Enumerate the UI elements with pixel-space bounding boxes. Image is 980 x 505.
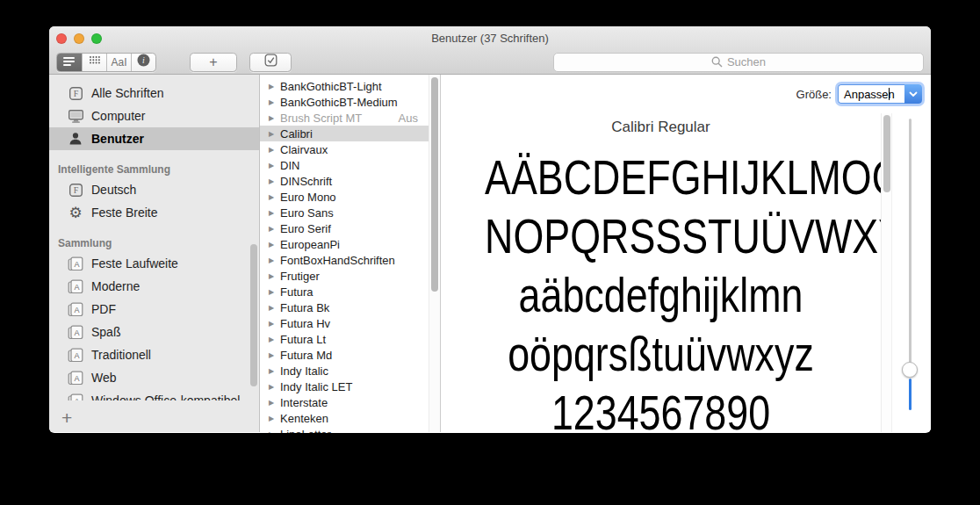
search-input[interactable]: Suchen <box>553 53 924 72</box>
disclosure-triangle-icon[interactable]: ▶ <box>269 98 280 106</box>
grid-view-segment[interactable] <box>82 54 106 71</box>
font-name: Kenteken <box>280 412 328 425</box>
size-slider-track[interactable] <box>909 119 912 363</box>
font-list-item-futura[interactable]: ▶Futura <box>260 284 429 299</box>
sidebar-scrollbar-thumb[interactable] <box>250 244 257 386</box>
preview-scrollbar[interactable] <box>881 113 892 432</box>
font-list-item-indy-italic-let[interactable]: ▶Indy Italic LET <box>260 379 429 394</box>
font-list-pane: ▶BankGothicBT-Light▶BankGothicBT-Medium▶… <box>260 75 441 432</box>
size-slider-fill <box>909 379 912 410</box>
font-list-item-futura-bk[interactable]: ▶Futura Bk <box>260 299 429 315</box>
list-view-segment[interactable] <box>57 54 82 71</box>
sidebar-bottom-bar: + <box>49 400 259 432</box>
disclosure-triangle-icon[interactable]: ▶ <box>269 288 280 296</box>
font-list-item-kenteken[interactable]: ▶Kenteken <box>260 410 429 426</box>
disclosure-triangle-icon[interactable]: ▶ <box>269 114 280 122</box>
font-list-item-futura-md[interactable]: ▶Futura Md <box>260 347 429 363</box>
sidebar-item-label: Windows Office-kompatibel <box>91 393 240 400</box>
font-list-item-clairvaux[interactable]: ▶Clairvaux <box>260 141 429 157</box>
font-sample-title: Calibri Regular <box>441 119 881 136</box>
font-list-item-dinschrift[interactable]: ▶DINSchrift <box>260 173 429 189</box>
disclosure-triangle-icon[interactable]: ▶ <box>269 272 280 280</box>
disclosure-triangle-icon[interactable]: ▶ <box>269 415 280 422</box>
font-list-item-euro-sans[interactable]: ▶Euro Sans <box>260 205 429 220</box>
font-status-badge: Aus <box>399 112 429 125</box>
enable-disable-font-button[interactable] <box>249 53 292 72</box>
disclosure-triangle-icon[interactable]: ▶ <box>269 335 280 343</box>
sidebar-item-web[interactable]: AWeb <box>49 366 259 389</box>
sidebar-item-feste-breite[interactable]: ⚙Feste Breite <box>49 201 259 224</box>
svg-text:A: A <box>74 351 79 360</box>
font-list-item-europeanpi[interactable]: ▶EuropeanPi <box>260 236 429 252</box>
sample-view-segment[interactable]: AaI <box>106 54 131 71</box>
sidebar-item-deutsch[interactable]: FDeutsch <box>49 178 259 201</box>
font-name: DIN <box>280 159 299 172</box>
font-list-item-bankgothicbt-light[interactable]: ▶BankGothicBT-Light <box>260 78 429 94</box>
font-list-item-bankgothicbt-medium[interactable]: ▶BankGothicBT-Medium <box>260 94 429 110</box>
disclosure-triangle-icon[interactable]: ▶ <box>269 209 280 217</box>
size-combobox-dropdown-button[interactable] <box>904 84 922 104</box>
font-list-item-interstate[interactable]: ▶Interstate <box>260 394 429 410</box>
font-list-item-indy-italic[interactable]: ▶Indy Italic <box>260 363 429 379</box>
sidebar-item-feste-laufweite[interactable]: AFeste Laufweite <box>49 252 259 275</box>
size-slider-thumb[interactable] <box>902 362 918 378</box>
size-slider-column <box>892 113 931 432</box>
disclosure-triangle-icon[interactable]: ▶ <box>269 367 280 375</box>
font-list-scrollbar[interactable] <box>429 75 440 432</box>
sidebar-item-moderne[interactable]: AModerne <box>49 275 259 298</box>
disclosure-triangle-icon[interactable]: ▶ <box>269 351 280 359</box>
font-name: LinoLetter <box>280 428 331 434</box>
font-list-item-linoletter[interactable]: ▶LinoLetter <box>260 426 429 433</box>
collection-icon: A <box>67 279 84 294</box>
add-collection-toolbar-button[interactable]: + <box>190 53 237 72</box>
font-list-item-futura-lt[interactable]: ▶Futura Lt <box>260 331 429 347</box>
preview-pane: Größe: Anpassen Calibri Regular <box>441 75 931 432</box>
info-icon: i <box>137 54 150 70</box>
font-sample-area: Calibri Regular AÄBCDEFGHIJKLMOÖNOPQRSSS… <box>441 113 881 432</box>
sidebar-item-alle-schriften[interactable]: FAlle Schriften <box>49 82 259 105</box>
sample-text-icon: AaI <box>111 56 126 69</box>
font-list-item-fontboxhandschriften[interactable]: ▶FontBoxHandSchriften <box>260 252 429 268</box>
font-name: Interstate <box>280 396 328 409</box>
preview-scrollbar-thumb[interactable] <box>883 115 890 192</box>
disclosure-triangle-icon[interactable]: ▶ <box>269 304 280 312</box>
sidebar-item-label: Benutzer <box>91 132 144 146</box>
disclosure-triangle-icon[interactable]: ▶ <box>269 241 280 249</box>
font-list-item-futura-hv[interactable]: ▶Futura Hv <box>260 315 429 331</box>
font-name: Clairvaux <box>280 143 328 156</box>
disclosure-triangle-icon[interactable]: ▶ <box>269 225 280 233</box>
sidebar-item-spaß[interactable]: ASpaß <box>49 321 259 343</box>
disclosure-triangle-icon[interactable]: ▶ <box>269 320 280 328</box>
size-combobox[interactable]: Anpassen <box>838 84 922 104</box>
font-list-item-din[interactable]: ▶DIN <box>260 157 429 173</box>
disclosure-triangle-icon[interactable]: ▶ <box>269 193 280 201</box>
sidebar-item-traditionell[interactable]: ATraditionell <box>49 343 259 366</box>
font-list-item-brush-script-mt[interactable]: ▶Brush Script MTAus <box>260 110 429 126</box>
font-list-item-euro-mono[interactable]: ▶Euro Mono <box>260 189 429 205</box>
titlebar[interactable]: Benutzer (37 Schriften) <box>49 26 931 49</box>
disclosure-triangle-icon[interactable]: ▶ <box>269 162 280 170</box>
font-list-item-euro-serif[interactable]: ▶Euro Serif <box>260 220 429 236</box>
disclosure-triangle-icon[interactable]: ▶ <box>269 83 280 90</box>
disclosure-triangle-icon[interactable]: ▶ <box>269 383 280 391</box>
sidebar-item-benutzer[interactable]: Benutzer <box>49 127 259 150</box>
disclosure-triangle-icon[interactable]: ▶ <box>269 399 280 407</box>
sidebar-item-pdf[interactable]: APDF <box>49 298 259 321</box>
info-segment[interactable]: i <box>131 54 155 71</box>
font-list-item-frutiger[interactable]: ▶Frutiger <box>260 268 429 284</box>
font-sample-lines: AÄBCDEFGHIJKLMOÖNOPQRSSSTUÜVWXYZaäbcdefg… <box>485 148 837 432</box>
add-collection-button[interactable]: + <box>61 408 72 427</box>
disclosure-triangle-icon[interactable]: ▶ <box>269 146 280 154</box>
size-combobox-field[interactable]: Anpassen <box>838 84 904 104</box>
font-name: DINSchrift <box>280 175 332 188</box>
sidebar-item-windows-office-kompatibel[interactable]: AWindows Office-kompatibel <box>49 389 259 400</box>
disclosure-triangle-icon[interactable]: ▶ <box>269 256 280 264</box>
font-list-scrollbar-thumb[interactable] <box>431 77 438 292</box>
disclosure-triangle-icon[interactable]: ▶ <box>269 177 280 185</box>
grid-view-icon <box>89 54 101 70</box>
font-list-item-calibri[interactable]: ▶Calibri <box>260 126 429 141</box>
sidebar-item-computer[interactable]: Computer <box>49 105 259 127</box>
disclosure-triangle-icon[interactable]: ▶ <box>269 130 280 138</box>
size-label: Größe: <box>796 88 832 101</box>
disclosure-triangle-icon[interactable]: ▶ <box>269 430 280 434</box>
